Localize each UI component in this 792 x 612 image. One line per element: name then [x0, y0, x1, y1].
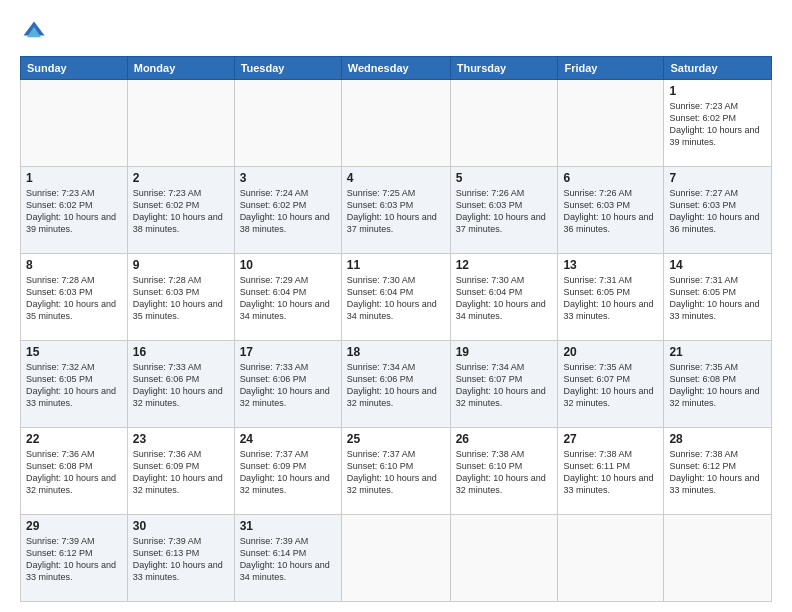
calendar-cell: 1 Sunrise: 7:23 AM Sunset: 6:02 PM Dayli… [21, 167, 128, 254]
calendar-cell [21, 80, 128, 167]
calendar-cell: 24 Sunrise: 7:37 AM Sunset: 6:09 PM Dayl… [234, 428, 341, 515]
day-info: Sunrise: 7:37 AM Sunset: 6:09 PM Dayligh… [240, 448, 336, 497]
calendar-cell: 12 Sunrise: 7:30 AM Sunset: 6:04 PM Dayl… [450, 254, 558, 341]
calendar-body: 1 Sunrise: 7:23 AM Sunset: 6:02 PM Dayli… [21, 80, 772, 602]
day-number: 20 [563, 345, 658, 359]
day-info: Sunrise: 7:24 AM Sunset: 6:02 PM Dayligh… [240, 187, 336, 236]
calendar-header-monday: Monday [127, 57, 234, 80]
day-info: Sunrise: 7:28 AM Sunset: 6:03 PM Dayligh… [133, 274, 229, 323]
day-info: Sunrise: 7:37 AM Sunset: 6:10 PM Dayligh… [347, 448, 445, 497]
day-number: 4 [347, 171, 445, 185]
day-info: Sunrise: 7:38 AM Sunset: 6:11 PM Dayligh… [563, 448, 658, 497]
day-number: 18 [347, 345, 445, 359]
calendar-cell: 23 Sunrise: 7:36 AM Sunset: 6:09 PM Dayl… [127, 428, 234, 515]
calendar: SundayMondayTuesdayWednesdayThursdayFrid… [20, 56, 772, 602]
day-number: 23 [133, 432, 229, 446]
day-number: 29 [26, 519, 122, 533]
day-info: Sunrise: 7:33 AM Sunset: 6:06 PM Dayligh… [240, 361, 336, 410]
day-number: 6 [563, 171, 658, 185]
calendar-header-row: SundayMondayTuesdayWednesdayThursdayFrid… [21, 57, 772, 80]
calendar-cell: 18 Sunrise: 7:34 AM Sunset: 6:06 PM Dayl… [341, 341, 450, 428]
calendar-cell: 30 Sunrise: 7:39 AM Sunset: 6:13 PM Dayl… [127, 515, 234, 602]
day-number: 9 [133, 258, 229, 272]
calendar-cell: 16 Sunrise: 7:33 AM Sunset: 6:06 PM Dayl… [127, 341, 234, 428]
calendar-cell: 4 Sunrise: 7:25 AM Sunset: 6:03 PM Dayli… [341, 167, 450, 254]
calendar-cell [450, 80, 558, 167]
calendar-cell: 9 Sunrise: 7:28 AM Sunset: 6:03 PM Dayli… [127, 254, 234, 341]
calendar-cell: 31 Sunrise: 7:39 AM Sunset: 6:14 PM Dayl… [234, 515, 341, 602]
day-info: Sunrise: 7:28 AM Sunset: 6:03 PM Dayligh… [26, 274, 122, 323]
calendar-cell [341, 515, 450, 602]
calendar-cell: 27 Sunrise: 7:38 AM Sunset: 6:11 PM Dayl… [558, 428, 664, 515]
day-number: 24 [240, 432, 336, 446]
calendar-week-4: 15 Sunrise: 7:32 AM Sunset: 6:05 PM Dayl… [21, 341, 772, 428]
day-number: 1 [669, 84, 766, 98]
calendar-cell: 1 Sunrise: 7:23 AM Sunset: 6:02 PM Dayli… [664, 80, 772, 167]
day-number: 13 [563, 258, 658, 272]
calendar-cell: 7 Sunrise: 7:27 AM Sunset: 6:03 PM Dayli… [664, 167, 772, 254]
day-number: 15 [26, 345, 122, 359]
day-info: Sunrise: 7:27 AM Sunset: 6:03 PM Dayligh… [669, 187, 766, 236]
day-number: 1 [26, 171, 122, 185]
day-number: 11 [347, 258, 445, 272]
day-info: Sunrise: 7:25 AM Sunset: 6:03 PM Dayligh… [347, 187, 445, 236]
calendar-week-6: 29 Sunrise: 7:39 AM Sunset: 6:12 PM Dayl… [21, 515, 772, 602]
day-number: 22 [26, 432, 122, 446]
calendar-cell: 17 Sunrise: 7:33 AM Sunset: 6:06 PM Dayl… [234, 341, 341, 428]
calendar-cell: 11 Sunrise: 7:30 AM Sunset: 6:04 PM Dayl… [341, 254, 450, 341]
calendar-cell: 25 Sunrise: 7:37 AM Sunset: 6:10 PM Dayl… [341, 428, 450, 515]
day-info: Sunrise: 7:38 AM Sunset: 6:10 PM Dayligh… [456, 448, 553, 497]
calendar-week-2: 1 Sunrise: 7:23 AM Sunset: 6:02 PM Dayli… [21, 167, 772, 254]
calendar-cell: 6 Sunrise: 7:26 AM Sunset: 6:03 PM Dayli… [558, 167, 664, 254]
calendar-week-1: 1 Sunrise: 7:23 AM Sunset: 6:02 PM Dayli… [21, 80, 772, 167]
calendar-cell [341, 80, 450, 167]
calendar-cell [558, 80, 664, 167]
calendar-header-wednesday: Wednesday [341, 57, 450, 80]
calendar-week-3: 8 Sunrise: 7:28 AM Sunset: 6:03 PM Dayli… [21, 254, 772, 341]
calendar-cell: 20 Sunrise: 7:35 AM Sunset: 6:07 PM Dayl… [558, 341, 664, 428]
day-number: 3 [240, 171, 336, 185]
calendar-cell: 22 Sunrise: 7:36 AM Sunset: 6:08 PM Dayl… [21, 428, 128, 515]
day-info: Sunrise: 7:35 AM Sunset: 6:07 PM Dayligh… [563, 361, 658, 410]
day-info: Sunrise: 7:36 AM Sunset: 6:08 PM Dayligh… [26, 448, 122, 497]
day-number: 25 [347, 432, 445, 446]
day-info: Sunrise: 7:32 AM Sunset: 6:05 PM Dayligh… [26, 361, 122, 410]
day-info: Sunrise: 7:31 AM Sunset: 6:05 PM Dayligh… [563, 274, 658, 323]
calendar-header-thursday: Thursday [450, 57, 558, 80]
day-info: Sunrise: 7:34 AM Sunset: 6:07 PM Dayligh… [456, 361, 553, 410]
calendar-cell: 14 Sunrise: 7:31 AM Sunset: 6:05 PM Dayl… [664, 254, 772, 341]
day-info: Sunrise: 7:36 AM Sunset: 6:09 PM Dayligh… [133, 448, 229, 497]
calendar-week-5: 22 Sunrise: 7:36 AM Sunset: 6:08 PM Dayl… [21, 428, 772, 515]
page: SundayMondayTuesdayWednesdayThursdayFrid… [0, 0, 792, 612]
calendar-header-sunday: Sunday [21, 57, 128, 80]
day-info: Sunrise: 7:33 AM Sunset: 6:06 PM Dayligh… [133, 361, 229, 410]
day-info: Sunrise: 7:39 AM Sunset: 6:13 PM Dayligh… [133, 535, 229, 584]
calendar-cell: 21 Sunrise: 7:35 AM Sunset: 6:08 PM Dayl… [664, 341, 772, 428]
day-info: Sunrise: 7:39 AM Sunset: 6:14 PM Dayligh… [240, 535, 336, 584]
calendar-cell: 19 Sunrise: 7:34 AM Sunset: 6:07 PM Dayl… [450, 341, 558, 428]
calendar-cell [664, 515, 772, 602]
calendar-cell: 29 Sunrise: 7:39 AM Sunset: 6:12 PM Dayl… [21, 515, 128, 602]
day-number: 16 [133, 345, 229, 359]
day-number: 30 [133, 519, 229, 533]
calendar-cell: 2 Sunrise: 7:23 AM Sunset: 6:02 PM Dayli… [127, 167, 234, 254]
calendar-cell: 13 Sunrise: 7:31 AM Sunset: 6:05 PM Dayl… [558, 254, 664, 341]
day-info: Sunrise: 7:26 AM Sunset: 6:03 PM Dayligh… [563, 187, 658, 236]
day-info: Sunrise: 7:29 AM Sunset: 6:04 PM Dayligh… [240, 274, 336, 323]
day-info: Sunrise: 7:35 AM Sunset: 6:08 PM Dayligh… [669, 361, 766, 410]
calendar-cell [127, 80, 234, 167]
day-info: Sunrise: 7:34 AM Sunset: 6:06 PM Dayligh… [347, 361, 445, 410]
day-number: 17 [240, 345, 336, 359]
day-number: 19 [456, 345, 553, 359]
calendar-cell [450, 515, 558, 602]
calendar-cell: 10 Sunrise: 7:29 AM Sunset: 6:04 PM Dayl… [234, 254, 341, 341]
day-number: 7 [669, 171, 766, 185]
day-number: 8 [26, 258, 122, 272]
day-number: 14 [669, 258, 766, 272]
header [20, 18, 772, 46]
calendar-cell: 8 Sunrise: 7:28 AM Sunset: 6:03 PM Dayli… [21, 254, 128, 341]
calendar-cell: 3 Sunrise: 7:24 AM Sunset: 6:02 PM Dayli… [234, 167, 341, 254]
calendar-cell [558, 515, 664, 602]
day-number: 28 [669, 432, 766, 446]
day-info: Sunrise: 7:23 AM Sunset: 6:02 PM Dayligh… [26, 187, 122, 236]
